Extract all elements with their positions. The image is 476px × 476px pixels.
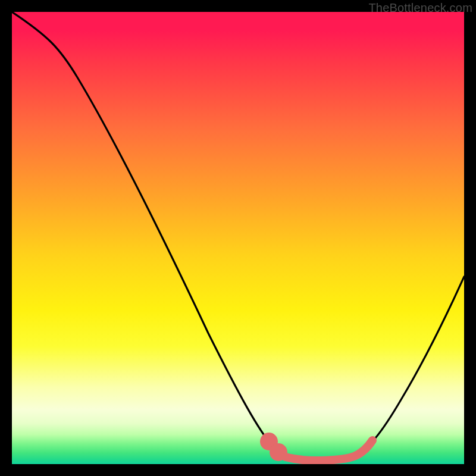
marker-segment xyxy=(286,440,372,461)
bottleneck-curve xyxy=(12,12,464,460)
plot-area xyxy=(12,12,464,464)
watermark-text: TheBottleneck.com xyxy=(368,1,472,15)
chart-frame: TheBottleneck.com xyxy=(0,0,476,476)
marker-dot xyxy=(264,437,274,446)
curve-layer xyxy=(12,12,464,464)
highlight-region xyxy=(264,437,372,461)
